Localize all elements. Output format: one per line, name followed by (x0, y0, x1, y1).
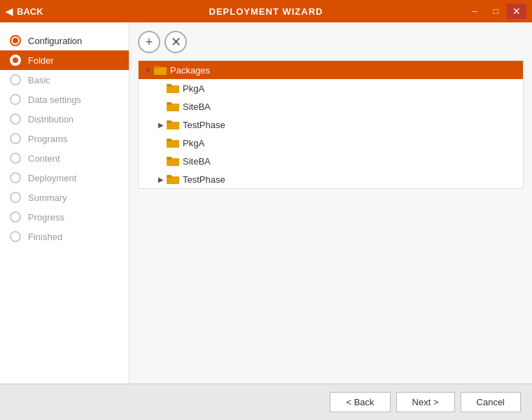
sidebar: ConfigurationFolderBasicData settingsDis… (0, 22, 130, 384)
titlebar: ◀ BACK DEPLOYMENT WIZARD – □ ✕ (0, 0, 532, 22)
tree-node-label: TestPhase (183, 120, 225, 130)
bottom-bar: < Back Next > Cancel (0, 384, 532, 420)
step-circle (10, 55, 21, 66)
sidebar-item-label: Progress (28, 212, 64, 223)
cancel-button[interactable]: Cancel (461, 392, 521, 412)
tree-row[interactable]: PkgA (139, 79, 523, 97)
step-circle (10, 211, 21, 223)
remove-button[interactable]: ✕ (164, 31, 187, 53)
step-circle (10, 113, 21, 125)
add-icon: + (146, 35, 153, 50)
tree-node-label: SiteBA (183, 102, 211, 112)
folder-icon (167, 174, 179, 184)
sidebar-item-label: Deployment (28, 173, 76, 183)
content-area: + ✕ Packages PkgA SiteBA TestPhase PkgA … (130, 22, 532, 384)
tree-row[interactable]: TestPhase (139, 115, 523, 134)
tree-toolbar: + ✕ (138, 31, 524, 53)
tree-node-label: SiteBA (183, 156, 211, 167)
sidebar-item-label: Basic (28, 75, 50, 85)
window-controls: – □ ✕ (465, 4, 526, 19)
folder-icon (167, 102, 179, 111)
back-button[interactable]: ◀ BACK (6, 6, 43, 17)
folder-icon (167, 120, 179, 130)
tree-row[interactable]: PkgA (139, 134, 523, 152)
back-nav-button[interactable]: < Back (330, 392, 390, 412)
sidebar-item-label: Summary (28, 192, 67, 203)
folder-icon (154, 65, 167, 75)
step-circle (10, 74, 21, 85)
step-circle (10, 231, 21, 242)
sidebar-item-folder[interactable]: Folder (0, 50, 129, 70)
tree-node-label: PkgA (183, 83, 204, 94)
tree-row[interactable]: SiteBA (139, 152, 523, 170)
sidebar-item-content[interactable]: Content (0, 148, 129, 168)
sidebar-item-label: Content (28, 153, 60, 164)
sidebar-item-deployment[interactable]: Deployment (0, 168, 129, 188)
remove-icon: ✕ (171, 34, 181, 50)
main-container: ConfigurationFolderBasicData settingsDis… (0, 22, 532, 384)
close-button[interactable]: ✕ (507, 4, 526, 19)
svg-rect-2 (154, 66, 159, 69)
folder-icon (167, 138, 179, 148)
sidebar-item-distribution[interactable]: Distribution (0, 109, 129, 129)
back-arrow-icon: ◀ (6, 6, 13, 17)
step-circle (10, 35, 21, 46)
tree-expander[interactable] (155, 119, 167, 130)
sidebar-item-finished[interactable]: Finished (0, 227, 129, 246)
sidebar-item-label: Distribution (28, 114, 74, 125)
svg-rect-5 (167, 84, 172, 87)
svg-rect-17 (167, 157, 172, 160)
folder-icon (167, 83, 179, 93)
svg-rect-8 (167, 102, 172, 105)
packages-tree: Packages PkgA SiteBA TestPhase PkgA Site… (138, 60, 524, 189)
tree-expander[interactable] (155, 174, 167, 185)
step-circle (10, 133, 21, 144)
step-circle (10, 94, 21, 105)
back-label: BACK (17, 6, 43, 17)
add-button[interactable]: + (138, 31, 160, 53)
step-circle (10, 192, 21, 203)
sidebar-item-label: Configuration (28, 36, 82, 46)
tree-node-label: TestPhase (183, 174, 225, 185)
sidebar-item-progress[interactable]: Progress (0, 207, 129, 227)
tree-expander[interactable] (143, 64, 154, 76)
sidebar-item-basic[interactable]: Basic (0, 70, 129, 90)
window-title: DEPLOYMENT WIZARD (209, 6, 323, 17)
sidebar-item-programs[interactable]: Programs (0, 129, 129, 148)
sidebar-item-label: Data settings (28, 94, 81, 105)
tree-row[interactable]: TestPhase (139, 170, 523, 188)
tree-row[interactable]: Packages (139, 61, 523, 79)
minimize-button[interactable]: – (465, 4, 484, 19)
tree-row[interactable]: SiteBA (139, 97, 523, 115)
svg-rect-11 (167, 120, 172, 123)
svg-rect-20 (167, 175, 172, 178)
sidebar-item-label: Finished (28, 232, 62, 242)
tree-node-label: Packages (170, 65, 210, 76)
sidebar-item-label: Programs (28, 134, 67, 144)
next-button[interactable]: Next > (396, 392, 455, 412)
sidebar-item-configuration[interactable]: Configuration (0, 31, 129, 50)
step-circle (10, 172, 21, 183)
step-circle (10, 153, 21, 164)
restore-button[interactable]: □ (486, 4, 505, 19)
sidebar-item-summary[interactable]: Summary (0, 188, 129, 207)
tree-node-label: PkgA (183, 138, 204, 148)
svg-rect-14 (167, 139, 172, 141)
sidebar-item-label: Folder (28, 55, 54, 66)
folder-icon (167, 156, 179, 166)
sidebar-item-data-settings[interactable]: Data settings (0, 90, 129, 109)
